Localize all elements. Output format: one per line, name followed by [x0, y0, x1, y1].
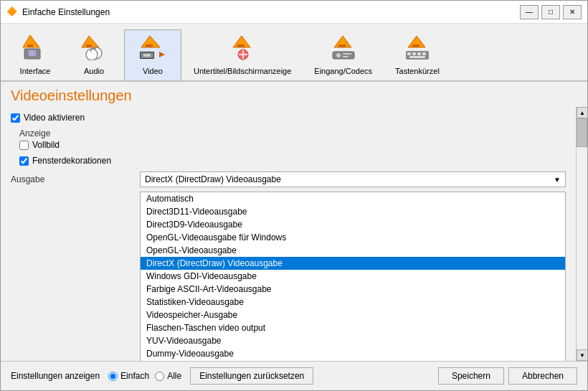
dropdown-item-yuv[interactable]: YUV-Videoausgabe [141, 334, 565, 347]
scrollbar-thumb[interactable] [577, 118, 587, 147]
svg-point-8 [86, 49, 98, 60]
radio-einfach-label[interactable]: Einfach [108, 371, 149, 381]
bottom-left: Einstellungen anzeigen Einfach Alle Eins… [11, 367, 438, 385]
svg-rect-4 [27, 44, 33, 47]
radio-alle-label[interactable]: Alle [155, 371, 181, 381]
ausgabe-dropdown-current: DirectX (DirectDraw) Videoausgabe [145, 174, 281, 184]
window-title: Einfache Einstellungen [22, 7, 520, 17]
video-aktivieren-checkbox[interactable] [11, 113, 20, 123]
title-bar: 🔶 Einfache Einstellungen — □ ✕ [1, 1, 587, 24]
fensterdekorationen-checkbox-label[interactable]: Fensterdekorationen [19, 156, 111, 166]
bottom-bar: Einstellungen anzeigen Einfach Alle Eins… [1, 361, 587, 390]
tab-input[interactable]: Eingang/Codecs [303, 29, 383, 80]
svg-point-23 [336, 53, 341, 57]
dropdown-list[interactable]: Automatisch Direct3D11-Videoausgabe Dire… [140, 192, 566, 361]
ausgabe-dropdown-arrow: ▼ [554, 176, 561, 184]
scrollbar-up[interactable]: ▲ [577, 107, 587, 118]
svg-rect-10 [146, 44, 153, 47]
svg-rect-14 [143, 54, 151, 57]
svg-rect-21 [338, 44, 346, 47]
einstellungen-label: Einstellungen anzeigen [11, 371, 100, 381]
tab-interface-label: Interface [20, 67, 51, 75]
video-aktivieren-checkbox-label[interactable]: Video aktivieren [11, 113, 85, 123]
interface-icon [22, 34, 49, 64]
radio-group: Einfach Alle [108, 371, 181, 381]
scrollbar[interactable]: ▲ ▼ [576, 107, 587, 361]
settings-scroll[interactable]: Video aktivieren Anzeige Vollbild Fenste… [1, 107, 587, 361]
tab-subtitles[interactable]: Untertitel/Bildschirmanzeige [183, 29, 302, 80]
svg-rect-1 [29, 50, 36, 56]
maximize-button[interactable]: □ [541, 5, 560, 19]
ausgabe-row: Ausgabe DirectX (DirectDraw) Videoausgab… [11, 171, 566, 187]
dropdown-item-ascii[interactable]: Farbige ASCII-Art-Videoausgabe [141, 283, 565, 296]
subtitles-icon [229, 34, 256, 64]
dropdown-item-flaschen[interactable]: Flaschen-Taschen video output [141, 321, 565, 334]
video-aktivieren-label: Video aktivieren [24, 113, 85, 123]
tab-hotkeys-label: Tastenkürzel [395, 67, 440, 75]
dropdown-item-directx[interactable]: DirectX (DirectDraw) Videoausgabe [141, 257, 565, 270]
svg-rect-16 [237, 44, 245, 47]
save-button[interactable]: Speichern [438, 367, 504, 385]
tab-hotkeys[interactable]: Tastenkürzel [384, 29, 450, 80]
dropdown-item-automatisch[interactable]: Automatisch [141, 192, 565, 205]
page-title: Videoeinstellungen [1, 82, 587, 107]
svg-rect-31 [417, 52, 421, 55]
svg-rect-33 [409, 56, 425, 58]
svg-rect-32 [422, 52, 426, 55]
tab-audio-label: Audio [84, 67, 104, 75]
dropdown-item-videospeicher[interactable]: Videospeicher-Ausgabe [141, 308, 565, 321]
tab-video[interactable]: Video [124, 29, 181, 80]
ausgabe-dropdown-wrapper: DirectX (DirectDraw) Videoausgabe ▼ [140, 171, 566, 187]
bottom-right: Speichern Abbrechen [438, 367, 577, 385]
fensterdekorationen-row: Fensterdekorationen [19, 156, 566, 166]
fensterdekorationen-label: Fensterdekorationen [32, 156, 111, 166]
svg-rect-22 [333, 52, 354, 59]
scrollbar-thumb-area [577, 118, 587, 349]
cancel-button[interactable]: Abbrechen [508, 367, 577, 385]
minimize-button[interactable]: — [520, 5, 539, 19]
video-aktivieren-row: Video aktivieren [11, 113, 566, 123]
dropdown-item-dummy[interactable]: Dummy-Videoausgabe [141, 347, 565, 360]
video-icon [139, 34, 166, 64]
radio-einfach-text: Einfach [120, 371, 149, 381]
radio-alle-text: Alle [167, 371, 181, 381]
vollbild-checkbox-label[interactable]: Vollbild [19, 140, 60, 150]
dropdown-item-opengl[interactable]: OpenGL-Videoausgabe [141, 244, 565, 257]
tab-audio[interactable]: Audio [65, 29, 123, 80]
window-controls: — □ ✕ [520, 5, 582, 19]
svg-marker-13 [159, 52, 165, 57]
svg-rect-27 [412, 44, 419, 47]
dropdown-popup: Automatisch Direct3D11-Videoausgabe Dire… [140, 192, 566, 361]
svg-rect-24 [343, 53, 351, 55]
radio-alle[interactable] [155, 372, 164, 381]
scrollbar-down[interactable]: ▼ [577, 349, 587, 361]
svg-rect-6 [86, 44, 92, 47]
vollbild-row: Vollbild [19, 140, 566, 150]
hotkeys-icon [404, 34, 431, 64]
anzeige-group-label: Anzeige [19, 128, 566, 138]
vollbild-label: Vollbild [32, 140, 60, 150]
svg-rect-29 [407, 52, 411, 55]
content-area: Video aktivieren Anzeige Vollbild Fenste… [1, 107, 587, 361]
main-window: 🔶 Einfache Einstellungen — □ ✕ Interface [0, 0, 588, 391]
dropdown-item-d3d11[interactable]: Direct3D11-Videoausgabe [141, 205, 565, 218]
dropdown-item-d3d9[interactable]: Direct3D9-Videoausgabe [141, 218, 565, 231]
radio-einfach[interactable] [108, 372, 118, 381]
reset-button[interactable]: Einstellungen zurücksetzen [190, 367, 313, 385]
close-button[interactable]: ✕ [563, 5, 582, 19]
tab-input-label: Eingang/Codecs [314, 67, 372, 75]
dropdown-popup-container: Automatisch Direct3D11-Videoausgabe Dire… [11, 192, 566, 361]
svg-rect-30 [412, 52, 416, 55]
tab-interface[interactable]: Interface [6, 29, 64, 80]
fensterdekorationen-checkbox[interactable] [19, 156, 29, 166]
dropdown-item-statistiken[interactable]: Statistiken-Videoausgabe [141, 296, 565, 308]
tab-video-label: Video [143, 67, 163, 75]
ausgabe-dropdown-header[interactable]: DirectX (DirectDraw) Videoausgabe ▼ [140, 171, 566, 187]
app-icon: 🔶 [6, 6, 18, 18]
vollbild-checkbox[interactable] [19, 141, 29, 150]
tab-subtitles-label: Untertitel/Bildschirmanzeige [194, 67, 291, 75]
dropdown-item-deaktivieren[interactable]: Deaktivieren [141, 360, 565, 361]
dropdown-item-gdi[interactable]: Windows GDI-Videoausgabe [141, 270, 565, 283]
dropdown-item-opengl-win[interactable]: OpenGL-Videoausgabe für Windows [141, 231, 565, 244]
audio-icon [80, 34, 108, 64]
